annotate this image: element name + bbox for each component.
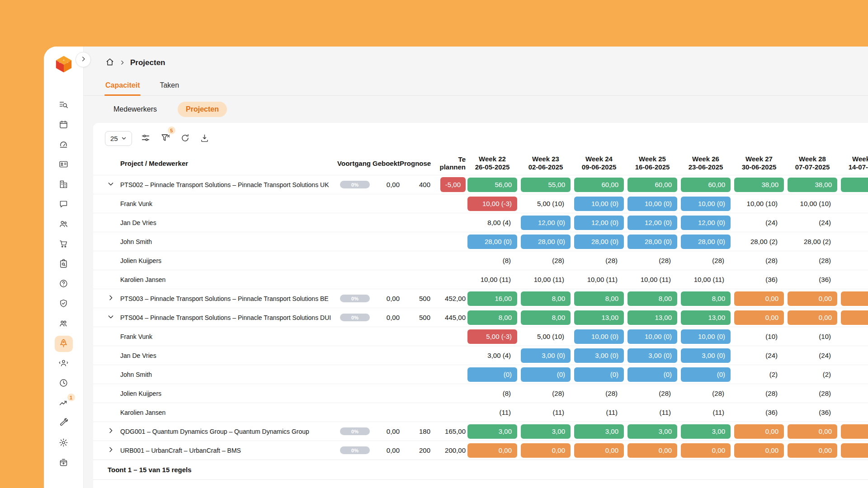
week-cell[interactable]: 0,00	[839, 308, 868, 327]
week-cell[interactable]: 0,00	[732, 289, 786, 308]
sidebar-item-gauge[interactable]	[55, 137, 73, 153]
tab-taken[interactable]: Taken	[159, 77, 180, 95]
week-cell[interactable]: 0,00	[732, 308, 786, 327]
sidebar-item-user-arrows[interactable]	[55, 356, 73, 372]
week-cell[interactable]: (24)	[732, 346, 786, 365]
week-cell[interactable]: 10,00 (0)	[626, 327, 679, 346]
week-cell[interactable]: 8,00	[626, 289, 679, 308]
week-cell[interactable]: 12,00 (0)	[626, 213, 679, 232]
week-cell[interactable]: 3,00 (0)	[626, 346, 679, 365]
week-cell[interactable]: 5,00 (10)	[519, 194, 572, 213]
week-cell[interactable]: (28)	[626, 251, 679, 270]
week-cell[interactable]: (36)	[786, 270, 839, 289]
sidebar-item-clipboard-search[interactable]	[55, 256, 73, 272]
sidebar-item-shield-check[interactable]	[55, 296, 73, 312]
week-cell[interactable]: (28)	[572, 251, 626, 270]
week-cell[interactable]: 3,00 (0)	[679, 346, 732, 365]
tab-capaciteit[interactable]: Capaciteit	[104, 77, 141, 95]
week-cell[interactable]: 10,00 (0)	[626, 194, 679, 213]
sidebar-item-search-list[interactable]	[55, 97, 73, 113]
download-button[interactable]	[198, 132, 211, 145]
week-cell[interactable]: 3,00 (4)	[466, 346, 519, 365]
week-cell[interactable]: (0)	[466, 365, 519, 384]
week-cell[interactable]: 38,00	[839, 175, 868, 194]
week-cell[interactable]: 10,00 (11)	[519, 270, 572, 289]
week-cell[interactable]: 12,00 (0)	[679, 213, 732, 232]
week-cell[interactable]: (0)	[519, 365, 572, 384]
week-cell[interactable]: 60,00	[572, 175, 626, 194]
week-cell[interactable]: 28,00 (0)	[626, 232, 679, 251]
week-cell[interactable]: (36)	[732, 403, 786, 422]
week-cell[interactable]: 3,00	[572, 422, 626, 441]
week-cell[interactable]: 12,00 (0)	[519, 213, 572, 232]
week-cell[interactable]	[839, 346, 868, 365]
week-cell[interactable]: 3,00	[679, 422, 732, 441]
week-cell[interactable]: (28)	[786, 384, 839, 403]
week-cell[interactable]: 8,00	[519, 308, 572, 327]
week-cell[interactable]: (36)	[732, 270, 786, 289]
week-cell[interactable]: 0,00	[786, 441, 839, 460]
week-cell[interactable]: 0,00	[839, 289, 868, 308]
week-cell[interactable]: 10,00 (10)	[786, 194, 839, 213]
subtab-projecten[interactable]: Projecten	[178, 102, 227, 117]
week-cell[interactable]: 56,00	[466, 175, 519, 194]
week-cell[interactable]: (11)	[519, 403, 572, 422]
week-cell[interactable]: (28)	[679, 251, 732, 270]
week-cell[interactable]: 0,00	[839, 422, 868, 441]
week-cell[interactable]: 0,00	[732, 441, 786, 460]
week-cell[interactable]: (24)	[732, 213, 786, 232]
week-cell[interactable]: 16,00	[466, 289, 519, 308]
week-cell[interactable]: 0,00	[732, 422, 786, 441]
week-cell[interactable]	[839, 403, 868, 422]
row-expand-button[interactable]	[105, 312, 117, 324]
refresh-button[interactable]	[179, 132, 191, 145]
sidebar-item-rocket[interactable]	[55, 336, 73, 352]
week-cell[interactable]: 5,00 (10)	[519, 327, 572, 346]
sidebar-item-calendar[interactable]	[55, 117, 73, 133]
week-cell[interactable]: 5,00 (-3)	[466, 327, 519, 346]
week-cell[interactable]: 3,00	[519, 422, 572, 441]
row-expand-button[interactable]	[105, 426, 117, 437]
column-settings-button[interactable]	[139, 131, 152, 145]
week-cell[interactable]: 28,00 (2)	[786, 232, 839, 251]
week-cell[interactable]: 28,00 (0)	[572, 232, 626, 251]
week-cell[interactable]: 60,00	[626, 175, 679, 194]
week-cell[interactable]: (28)	[732, 384, 786, 403]
week-cell[interactable]: (10)	[732, 327, 786, 346]
week-cell[interactable]: (11)	[572, 403, 626, 422]
week-cell[interactable]: 3,00 (0)	[572, 346, 626, 365]
week-cell[interactable]: 0,00	[786, 289, 839, 308]
week-cell[interactable]: 0,00	[466, 441, 519, 460]
week-cell[interactable]: (11)	[466, 403, 519, 422]
sidebar-item-cart[interactable]	[55, 236, 73, 253]
week-cell[interactable]: (28)	[572, 384, 626, 403]
week-cell[interactable]: 0,00	[679, 441, 732, 460]
week-cell[interactable]: (28)	[519, 251, 572, 270]
page-size-select[interactable]: 25	[105, 131, 132, 146]
week-cell[interactable]: (11)	[679, 403, 732, 422]
week-cell[interactable]: (10)	[786, 327, 839, 346]
week-cell[interactable]: 28,00 (0)	[679, 232, 732, 251]
week-cell[interactable]: 3,00	[466, 422, 519, 441]
sidebar-item-id-card[interactable]	[55, 157, 73, 173]
row-expand-button[interactable]	[105, 179, 117, 191]
week-cell[interactable]: 10,00 (0)	[572, 327, 626, 346]
sidebar-item-users[interactable]	[55, 216, 73, 233]
week-cell[interactable]: 60,00	[679, 175, 732, 194]
week-cell[interactable]: 10,00 (11)	[626, 270, 679, 289]
week-cell[interactable]: 10,00 (11)	[679, 270, 732, 289]
breadcrumb-home-link[interactable]	[105, 57, 114, 68]
week-cell[interactable]: (28)	[519, 384, 572, 403]
week-cell[interactable]: 10,00 (11)	[572, 270, 626, 289]
week-cell[interactable]: (28)	[679, 384, 732, 403]
week-cell[interactable]: 0,00	[786, 308, 839, 327]
sidebar-item-clock[interactable]	[55, 375, 73, 392]
sidebar-item-help-circle[interactable]	[55, 276, 73, 292]
week-cell[interactable]: 0,00	[572, 441, 626, 460]
week-cell[interactable]: 8,00	[519, 289, 572, 308]
week-cell[interactable]: (8)	[466, 251, 519, 270]
week-cell[interactable]	[839, 232, 868, 251]
sidebar-item-building[interactable]	[55, 177, 73, 193]
sidebar-item-trending-up[interactable]: 1	[55, 395, 73, 412]
week-cell[interactable]: 28,00 (0)	[519, 232, 572, 251]
